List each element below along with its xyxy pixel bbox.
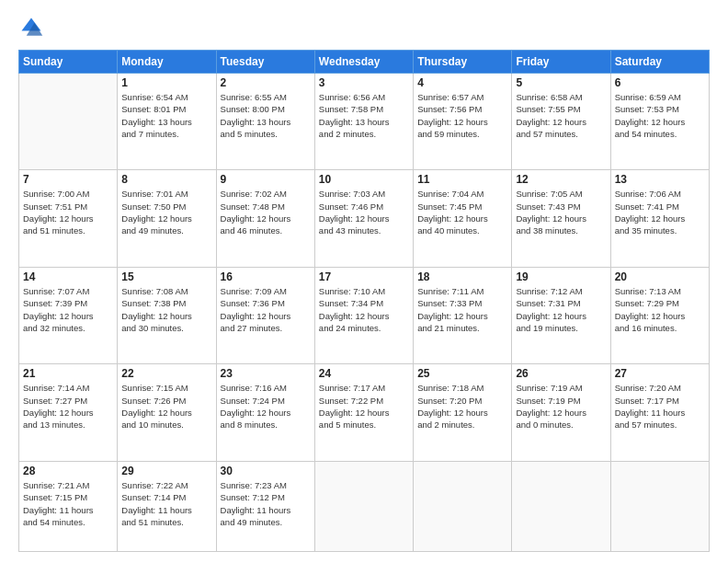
day-info: Sunrise: 6:55 AM Sunset: 8:00 PM Dayligh… <box>221 91 311 140</box>
day-number: 19 <box>516 270 606 283</box>
calendar-cell: 25Sunrise: 7:18 AM Sunset: 7:20 PM Dayli… <box>414 364 512 461</box>
calendar-cell: 15Sunrise: 7:08 AM Sunset: 7:38 PM Dayli… <box>118 267 216 363</box>
calendar-cell: 13Sunrise: 7:06 AM Sunset: 7:41 PM Dayli… <box>610 170 709 267</box>
calendar-cell <box>414 461 512 551</box>
day-number: 13 <box>615 173 705 186</box>
calendar-cell: 1Sunrise: 6:54 AM Sunset: 8:01 PM Daylig… <box>118 74 216 170</box>
day-number: 20 <box>615 270 705 283</box>
day-info: Sunrise: 7:08 AM Sunset: 7:38 PM Dayligh… <box>121 285 211 334</box>
day-header-wednesday: Wednesday <box>314 51 413 74</box>
day-number: 10 <box>319 173 409 186</box>
calendar-week-row: 21Sunrise: 7:14 AM Sunset: 7:27 PM Dayli… <box>19 364 710 461</box>
calendar-cell: 7Sunrise: 7:00 AM Sunset: 7:51 PM Daylig… <box>19 170 118 267</box>
calendar-cell: 11Sunrise: 7:04 AM Sunset: 7:45 PM Dayli… <box>414 170 512 267</box>
day-number: 6 <box>615 76 705 89</box>
day-number: 8 <box>121 173 211 186</box>
day-number: 11 <box>417 173 507 186</box>
calendar-cell: 27Sunrise: 7:20 AM Sunset: 7:17 PM Dayli… <box>610 364 709 461</box>
calendar-cell <box>512 461 610 551</box>
calendar-cell <box>19 74 118 170</box>
day-info: Sunrise: 6:57 AM Sunset: 7:56 PM Dayligh… <box>417 91 507 140</box>
calendar-cell: 2Sunrise: 6:55 AM Sunset: 8:00 PM Daylig… <box>216 74 314 170</box>
day-info: Sunrise: 7:20 AM Sunset: 7:17 PM Dayligh… <box>615 382 705 431</box>
day-number: 22 <box>121 367 211 380</box>
day-header-tuesday: Tuesday <box>216 51 314 74</box>
day-info: Sunrise: 7:19 AM Sunset: 7:19 PM Dayligh… <box>516 382 606 431</box>
day-info: Sunrise: 6:59 AM Sunset: 7:53 PM Dayligh… <box>615 91 705 140</box>
calendar-cell: 5Sunrise: 6:58 AM Sunset: 7:55 PM Daylig… <box>512 74 610 170</box>
calendar-cell: 17Sunrise: 7:10 AM Sunset: 7:34 PM Dayli… <box>314 267 413 363</box>
calendar-cell <box>314 461 413 551</box>
day-info: Sunrise: 7:16 AM Sunset: 7:24 PM Dayligh… <box>221 382 311 431</box>
calendar-cell: 12Sunrise: 7:05 AM Sunset: 7:43 PM Dayli… <box>512 170 610 267</box>
day-header-friday: Friday <box>512 51 610 74</box>
day-info: Sunrise: 7:04 AM Sunset: 7:45 PM Dayligh… <box>417 188 507 236</box>
day-info: Sunrise: 7:14 AM Sunset: 7:27 PM Dayligh… <box>23 382 113 431</box>
day-number: 21 <box>23 367 113 380</box>
day-info: Sunrise: 7:03 AM Sunset: 7:46 PM Dayligh… <box>319 188 409 236</box>
calendar-cell: 18Sunrise: 7:11 AM Sunset: 7:33 PM Dayli… <box>414 267 512 363</box>
day-number: 29 <box>121 465 211 477</box>
day-number: 3 <box>319 76 409 89</box>
day-header-sunday: Sunday <box>19 51 118 74</box>
day-info: Sunrise: 7:01 AM Sunset: 7:50 PM Dayligh… <box>121 188 211 236</box>
calendar-cell: 30Sunrise: 7:23 AM Sunset: 7:12 PM Dayli… <box>216 461 314 551</box>
day-info: Sunrise: 7:21 AM Sunset: 7:15 PM Dayligh… <box>23 479 113 528</box>
calendar-cell: 21Sunrise: 7:14 AM Sunset: 7:27 PM Dayli… <box>19 364 118 461</box>
day-number: 25 <box>417 367 507 380</box>
day-info: Sunrise: 7:05 AM Sunset: 7:43 PM Dayligh… <box>516 188 606 236</box>
calendar-cell: 22Sunrise: 7:15 AM Sunset: 7:26 PM Dayli… <box>118 364 216 461</box>
day-number: 1 <box>121 76 211 89</box>
day-number: 14 <box>23 270 113 283</box>
day-info: Sunrise: 7:18 AM Sunset: 7:20 PM Dayligh… <box>417 382 507 431</box>
calendar-cell: 6Sunrise: 6:59 AM Sunset: 7:53 PM Daylig… <box>610 74 709 170</box>
day-number: 15 <box>121 270 211 283</box>
day-header-saturday: Saturday <box>610 51 709 74</box>
calendar-cell: 4Sunrise: 6:57 AM Sunset: 7:56 PM Daylig… <box>414 74 512 170</box>
day-number: 9 <box>221 173 311 186</box>
day-info: Sunrise: 7:17 AM Sunset: 7:22 PM Dayligh… <box>319 382 409 431</box>
day-number: 18 <box>417 270 507 283</box>
calendar-week-row: 28Sunrise: 7:21 AM Sunset: 7:15 PM Dayli… <box>19 461 710 551</box>
day-info: Sunrise: 6:58 AM Sunset: 7:55 PM Dayligh… <box>516 91 606 140</box>
calendar-cell: 3Sunrise: 6:56 AM Sunset: 7:58 PM Daylig… <box>314 74 413 170</box>
calendar-cell: 19Sunrise: 7:12 AM Sunset: 7:31 PM Dayli… <box>512 267 610 363</box>
calendar-week-row: 1Sunrise: 6:54 AM Sunset: 8:01 PM Daylig… <box>19 74 710 170</box>
logo-icon <box>18 15 44 40</box>
day-number: 30 <box>221 465 311 477</box>
calendar-cell: 14Sunrise: 7:07 AM Sunset: 7:39 PM Dayli… <box>19 267 118 363</box>
day-info: Sunrise: 7:02 AM Sunset: 7:48 PM Dayligh… <box>221 188 311 236</box>
day-number: 4 <box>417 76 507 89</box>
calendar-table: SundayMondayTuesdayWednesdayThursdayFrid… <box>18 50 710 552</box>
day-info: Sunrise: 7:15 AM Sunset: 7:26 PM Dayligh… <box>121 382 211 431</box>
day-info: Sunrise: 7:00 AM Sunset: 7:51 PM Dayligh… <box>23 188 113 236</box>
day-number: 17 <box>319 270 409 283</box>
calendar-header-row: SundayMondayTuesdayWednesdayThursdayFrid… <box>19 51 710 74</box>
day-info: Sunrise: 7:06 AM Sunset: 7:41 PM Dayligh… <box>615 188 705 236</box>
day-info: Sunrise: 7:10 AM Sunset: 7:34 PM Dayligh… <box>319 285 409 334</box>
day-header-thursday: Thursday <box>414 51 512 74</box>
day-number: 2 <box>221 76 311 89</box>
calendar-cell: 8Sunrise: 7:01 AM Sunset: 7:50 PM Daylig… <box>118 170 216 267</box>
day-info: Sunrise: 7:09 AM Sunset: 7:36 PM Dayligh… <box>221 285 311 334</box>
calendar-cell: 28Sunrise: 7:21 AM Sunset: 7:15 PM Dayli… <box>19 461 118 551</box>
day-info: Sunrise: 6:54 AM Sunset: 8:01 PM Dayligh… <box>121 91 211 140</box>
calendar-cell: 23Sunrise: 7:16 AM Sunset: 7:24 PM Dayli… <box>216 364 314 461</box>
day-number: 16 <box>221 270 311 283</box>
day-number: 26 <box>516 367 606 380</box>
day-number: 24 <box>319 367 409 380</box>
day-number: 23 <box>221 367 311 380</box>
calendar-cell: 9Sunrise: 7:02 AM Sunset: 7:48 PM Daylig… <box>216 170 314 267</box>
day-info: Sunrise: 6:56 AM Sunset: 7:58 PM Dayligh… <box>319 91 409 140</box>
day-info: Sunrise: 7:12 AM Sunset: 7:31 PM Dayligh… <box>516 285 606 334</box>
calendar-week-row: 7Sunrise: 7:00 AM Sunset: 7:51 PM Daylig… <box>19 170 710 267</box>
header <box>18 15 710 40</box>
day-number: 7 <box>23 173 113 186</box>
day-number: 28 <box>23 465 113 477</box>
day-number: 12 <box>516 173 606 186</box>
calendar-cell: 29Sunrise: 7:22 AM Sunset: 7:14 PM Dayli… <box>118 461 216 551</box>
day-info: Sunrise: 7:23 AM Sunset: 7:12 PM Dayligh… <box>221 479 311 528</box>
day-info: Sunrise: 7:07 AM Sunset: 7:39 PM Dayligh… <box>23 285 113 334</box>
day-number: 5 <box>516 76 606 89</box>
page: SundayMondayTuesdayWednesdayThursdayFrid… <box>0 0 728 563</box>
